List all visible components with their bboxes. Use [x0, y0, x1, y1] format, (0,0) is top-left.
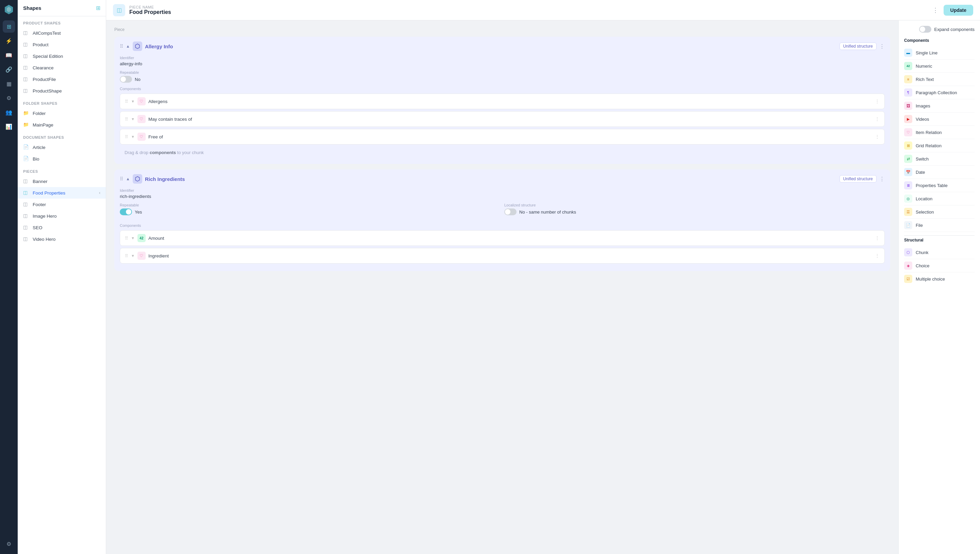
sidebar-item-clearance[interactable]: ◫ Clearance: [18, 62, 106, 73]
chunk-drag-handle[interactable]: ⠿: [120, 43, 123, 49]
component-dots[interactable]: ⋮: [875, 236, 880, 241]
videos-icon: ▶: [904, 115, 912, 123]
videos-label: Videos: [916, 117, 929, 122]
sidebar-item-mainpage[interactable]: 📁 MainPage: [18, 119, 106, 131]
nav-chart-icon[interactable]: 📊: [3, 120, 15, 133]
piece-icon: ◫: [23, 224, 29, 231]
nav-bolt-icon[interactable]: ⚡: [3, 35, 15, 47]
sidebar-item-image-hero[interactable]: ◫ Image Hero: [18, 210, 106, 222]
right-item-properties-table[interactable]: ≣ Properties Table: [904, 179, 975, 192]
right-item-multiple-choice[interactable]: ☑ Multiple choice: [904, 272, 975, 285]
right-item-location[interactable]: ◎ Location: [904, 192, 975, 205]
sidebar-item-folder[interactable]: 📁 Folder: [18, 107, 106, 119]
component-chevron-icon[interactable]: ▼: [131, 254, 135, 258]
sidebar-item-product[interactable]: ◫ Product: [18, 39, 106, 50]
properties-table-label: Properties Table: [916, 183, 948, 188]
right-item-grid-relation[interactable]: ⊞ Grid Relation: [904, 139, 975, 152]
component-dots[interactable]: ⋮: [875, 134, 880, 139]
sidebar-item-seo[interactable]: ◫ SEO: [18, 222, 106, 233]
component-dots[interactable]: ⋮: [875, 253, 880, 258]
component-allergens: ⠿ ▼ ♡ Allergens ⋮: [120, 94, 885, 109]
properties-table-icon: ≣: [904, 181, 912, 189]
sidebar-item-footer[interactable]: ◫ Footer: [18, 199, 106, 210]
right-item-file[interactable]: 📄 File: [904, 219, 975, 232]
nav-people-icon[interactable]: 👥: [3, 106, 15, 118]
sidebar-item-video-hero[interactable]: ◫ Video Hero: [18, 233, 106, 245]
nav-gear-icon[interactable]: ⚙: [3, 538, 15, 550]
nav-filter-icon[interactable]: ⚙: [3, 92, 15, 104]
component-relation-icon: ♡: [137, 115, 146, 123]
expand-toggle[interactable]: [919, 26, 931, 33]
right-item-choice[interactable]: ◈ Choice: [904, 259, 975, 272]
date-label: Date: [916, 170, 925, 175]
nav-apps-icon[interactable]: ▦: [3, 78, 15, 90]
identifier-value: rich-ingredients: [120, 194, 885, 199]
localized-value: No - same number of chunks: [519, 210, 576, 215]
component-amount: ⠿ ▼ 42 Amount ⋮: [120, 230, 885, 246]
chunk-collapse-icon[interactable]: ▲: [126, 177, 130, 181]
component-dots[interactable]: ⋮: [875, 116, 880, 122]
right-item-numeric[interactable]: 42 Numeric: [904, 59, 975, 73]
repeatable-row: Repeatable No: [120, 70, 885, 83]
component-drag-icon[interactable]: ⠿: [125, 236, 128, 241]
components-section-label: Components: [120, 87, 885, 91]
update-button[interactable]: Update: [943, 5, 973, 16]
right-item-videos[interactable]: ▶ Videos: [904, 113, 975, 126]
nav-grid-icon[interactable]: ⊞: [3, 21, 15, 33]
shape-icon: ◫: [23, 41, 29, 48]
right-item-paragraph-collection[interactable]: ¶ Paragraph Collection: [904, 86, 975, 99]
sidebar-item-article[interactable]: 📄 Article: [18, 142, 106, 153]
choice-label: Choice: [916, 263, 929, 268]
identifier-row: Identifier allergy-info: [120, 56, 885, 66]
component-chevron-icon[interactable]: ▼: [131, 99, 135, 103]
repeatable-toggle[interactable]: [120, 209, 132, 215]
localized-row: Localized structure No - same number of …: [504, 203, 885, 215]
sidebar-item-productfile[interactable]: ◫ ProductFile: [18, 73, 106, 85]
right-item-item-relation[interactable]: ♡ Item Relation: [904, 126, 975, 139]
component-chevron-icon[interactable]: ▼: [131, 117, 135, 121]
sidebar-item-bio[interactable]: 📄 Bio: [18, 153, 106, 165]
component-name: Amount: [148, 236, 872, 241]
component-drag-icon[interactable]: ⠿: [125, 253, 128, 258]
right-item-images[interactable]: 🖼 Images: [904, 99, 975, 113]
rich-text-label: Rich Text: [916, 77, 934, 82]
localized-toggle[interactable]: [504, 209, 516, 215]
right-item-switch[interactable]: ⇄ Switch: [904, 152, 975, 166]
sidebar-item-allcompstest[interactable]: ◫ AllCompsTest: [18, 27, 106, 39]
right-item-rich-text[interactable]: ≡ Rich Text: [904, 73, 975, 86]
piece-icon: ◫: [23, 190, 29, 196]
nav-book-icon[interactable]: 📖: [3, 49, 15, 61]
chunk-drag-handle[interactable]: ⠿: [120, 176, 123, 181]
right-item-selection[interactable]: ☰ Selection: [904, 205, 975, 219]
single-line-label: Single Line: [916, 50, 937, 56]
sidebar-item-special-edition[interactable]: ◫ Special Edition: [18, 50, 106, 62]
component-dots[interactable]: ⋮: [875, 99, 880, 104]
chunk-collapse-icon[interactable]: ▲: [126, 44, 130, 49]
switch-label: Switch: [916, 156, 929, 162]
right-item-chunk[interactable]: ⬡ Chunk: [904, 246, 975, 259]
chunk-rich-dots[interactable]: ⋮: [879, 176, 885, 182]
piece-name-label: Piece name: [129, 5, 171, 9]
component-drag-icon[interactable]: ⠿: [125, 99, 128, 104]
shape-icon: ◫: [23, 53, 29, 59]
chunk-allergy-title: Allergy Info: [145, 43, 837, 49]
sidebar-item-banner[interactable]: ◫ Banner: [18, 175, 106, 187]
component-drag-icon[interactable]: ⠿: [125, 117, 128, 122]
chunk-allergy-body: Identifier allergy-info Repeatable No Co…: [114, 56, 890, 164]
sidebar-item-productshape[interactable]: ◫ ProductShape: [18, 85, 106, 97]
chunk-rich-ingredients-header: ⠿ ▲ Rich Ingredients Unified structure ⋮: [114, 169, 890, 188]
component-drag-icon[interactable]: ⠿: [125, 134, 128, 139]
repeatable-toggle[interactable]: [120, 76, 132, 83]
topbar-dots-button[interactable]: ⋮: [930, 5, 941, 16]
right-item-date[interactable]: 📅 Date: [904, 166, 975, 179]
nav-link-icon[interactable]: 🔗: [3, 63, 15, 75]
choice-icon: ◈: [904, 261, 912, 270]
right-item-single-line[interactable]: ▬ Single Line: [904, 46, 975, 59]
folder-icon: 📁: [23, 110, 29, 116]
single-line-icon: ▬: [904, 49, 912, 57]
chunk-allergy-dots[interactable]: ⋮: [879, 43, 885, 49]
component-chevron-icon[interactable]: ▼: [131, 236, 135, 240]
component-chevron-icon[interactable]: ▼: [131, 135, 135, 139]
sidebar-add-icon[interactable]: ⊞: [96, 5, 100, 11]
sidebar-item-food-properties[interactable]: ◫ Food Properties ‹: [18, 187, 106, 199]
